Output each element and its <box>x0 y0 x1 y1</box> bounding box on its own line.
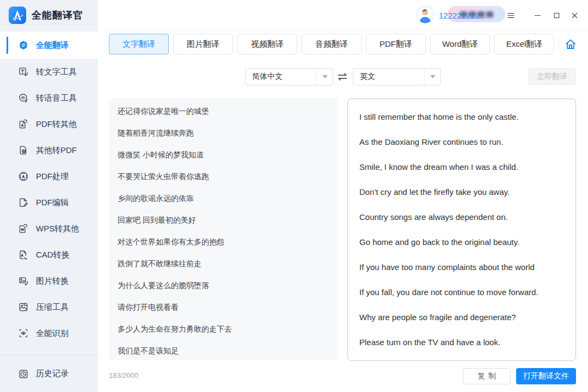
sidebar-item[interactable]: CAD转换 <box>0 242 98 268</box>
source-text-panel[interactable]: 还记得你说家是唯一的城堡随着稻香河流继续奔跑微微笑 小时候的梦我知道不要哭让萤火… <box>109 98 338 360</box>
divider <box>559 36 559 51</box>
source-line: 对这个世界如果你有太多的抱怨 <box>118 231 329 253</box>
source-line: 随着稻香河流继续奔跑 <box>118 122 329 144</box>
source-line: 乡间的歌谣永远的依靠 <box>118 187 329 209</box>
result-line: I still remember that home is the only c… <box>359 105 564 130</box>
sidebar-item[interactable]: 图片转换 <box>0 268 98 294</box>
source-line: 为什么人要这么的脆弱堕落 <box>118 274 329 296</box>
sidebar-menu: 转文字工具转语音工具PDF转其他其他转PDFPDF处理PDF编辑WPS转其他CA… <box>0 59 98 356</box>
swap-languages-icon[interactable] <box>335 70 350 84</box>
translation-result-panel[interactable]: I still remember that home is the only c… <box>347 99 576 361</box>
result-line: Please turn on the TV and have a look. <box>359 330 564 355</box>
result-line: Don't cry and let the firefly take you a… <box>359 180 564 205</box>
copy-button[interactable]: 复制 <box>463 368 511 384</box>
translate-now-button[interactable]: 立即翻译 <box>528 68 576 85</box>
sidebar-item[interactable]: 票证识别 <box>0 346 98 356</box>
sidebar-item[interactable]: PDF处理 <box>0 163 98 189</box>
user-avatar[interactable] <box>416 6 434 23</box>
result-line: If you fall, you dare not continue to mo… <box>359 280 564 305</box>
chevron-down-icon[interactable] <box>424 69 440 85</box>
sidebar-item[interactable]: PDF编辑 <box>0 189 98 216</box>
sidebar-item[interactable]: WPS转其他 <box>0 216 98 242</box>
pdf-process-icon <box>18 171 29 182</box>
source-line: 跌倒了就不敢继续往前走 <box>118 253 329 274</box>
source-line: 微微笑 小时候的梦我知道 <box>118 144 329 166</box>
active-indicator <box>7 36 8 54</box>
sidebar-item[interactable]: 转文字工具 <box>0 59 98 85</box>
char-count: 183/2000 <box>109 371 138 379</box>
sidebar-item-label: PDF处理 <box>36 171 69 182</box>
sidebar-item[interactable]: 压缩工具 <box>0 294 98 320</box>
history-icon <box>18 369 29 379</box>
tab-Word翻译[interactable]: Word翻译 <box>430 34 490 54</box>
tab-文字翻译[interactable]: 文字翻译 <box>109 34 169 54</box>
sidebar-item-label: 其他转PDF <box>36 145 77 156</box>
tab-PDF翻译[interactable]: PDF翻译 <box>366 34 426 54</box>
pdf-edit-icon <box>18 197 29 208</box>
sidebar-item-label: PDF编辑 <box>36 198 69 208</box>
sidebar-item-label: 全能识别 <box>36 328 69 339</box>
other-to-pdf-icon <box>18 145 29 156</box>
open-translated-file-button[interactable]: 打开翻译文件 <box>516 368 576 384</box>
result-line: If you have too many complaints about th… <box>359 255 564 280</box>
result-line: Smile, I know the dream when I was a chi… <box>359 155 564 180</box>
menu-icon[interactable] <box>504 8 518 22</box>
tab-Excel翻译[interactable]: Excel翻译 <box>494 34 554 54</box>
tab-bar: 文字翻译图片翻译视频翻译音频翻译PDF翻译Word翻译Excel翻译 <box>109 34 554 54</box>
sidebar-item-label: WPS转其他 <box>36 224 79 234</box>
tab-视频翻译[interactable]: 视频翻译 <box>237 34 297 54</box>
pdf-to-other-icon <box>18 119 29 130</box>
tab-图片翻译[interactable]: 图片翻译 <box>173 34 233 54</box>
target-language-select[interactable]: 英文 <box>353 68 441 85</box>
result-line: Go home and go back to the original beau… <box>359 230 564 255</box>
result-line: Country songs are always dependent on. <box>359 205 564 230</box>
source-line: 回家吧 回到最初的美好 <box>118 209 329 231</box>
wps-to-other-icon <box>18 223 29 234</box>
sidebar-item-label: CAD转换 <box>36 250 70 260</box>
sidebar-item-label: 图片转换 <box>36 276 69 286</box>
sidebar: 全能翻译官 全能翻译 转文字工具转语音工具PDF转其他其他转PDFPDF处理PD… <box>0 0 98 392</box>
home-button[interactable] <box>564 37 578 51</box>
omni-translate-icon <box>18 40 29 51</box>
sidebar-item[interactable]: PDF转其他 <box>0 111 98 137</box>
text-tool-icon <box>18 66 29 77</box>
image-convert-icon <box>18 275 29 286</box>
username[interactable]: 122222222... <box>439 0 487 30</box>
sidebar-item-label: 转文字工具 <box>36 67 77 77</box>
sidebar-item[interactable]: 全能识别 <box>0 320 98 346</box>
sidebar-item-omni-translate[interactable]: 全能翻译 <box>0 32 98 59</box>
compress-tool-icon <box>18 302 29 313</box>
result-line: As the Daoxiang River continues to run. <box>359 130 564 155</box>
sidebar-item-label: 历史记录 <box>36 369 69 379</box>
sidebar-item-label: 转语音工具 <box>36 93 77 103</box>
blurred-text <box>486 11 493 17</box>
minimize-icon[interactable] <box>530 8 544 22</box>
app-logo-icon <box>9 7 26 24</box>
sidebar-item[interactable]: 其他转PDF <box>0 137 98 163</box>
cad-convert-icon <box>18 249 29 260</box>
app-window: 全能翻译官 全能翻译 转文字工具转语音工具PDF转其他其他转PDFPDF处理PD… <box>0 0 588 392</box>
source-line: 还记得你说家是唯一的城堡 <box>118 100 329 122</box>
logo: 全能翻译官 <box>0 0 98 30</box>
source-line: 请你打开电视看看 <box>118 296 329 318</box>
source-language-value: 简体中文 <box>246 72 316 82</box>
chevron-down-icon[interactable] <box>316 69 333 85</box>
maximize-icon[interactable] <box>549 8 564 22</box>
target-language-value: 英文 <box>353 72 424 82</box>
source-line: 我们是不是该知足 <box>118 340 329 360</box>
app-title: 全能翻译官 <box>32 9 83 22</box>
sidebar-item-history[interactable]: 历史记录 <box>0 355 98 392</box>
sidebar-item-label: 全能翻译 <box>36 40 69 51</box>
source-line: 不要哭让萤火虫带着你逃跑 <box>118 166 329 187</box>
sidebar-item[interactable]: 转语音工具 <box>0 85 98 111</box>
tab-音频翻译[interactable]: 音频翻译 <box>302 34 362 54</box>
close-icon[interactable] <box>567 8 581 22</box>
source-language-select[interactable]: 简体中文 <box>245 68 333 85</box>
result-line: Why are people so fragile and degenerate… <box>359 305 564 330</box>
omni-ocr-icon <box>18 328 29 339</box>
sidebar-item-label: PDF转其他 <box>36 119 77 130</box>
sidebar-item-label: 压缩工具 <box>36 302 69 313</box>
source-line: 多少人为生命在努力勇敢的走下去 <box>118 318 329 340</box>
voice-tool-icon <box>18 93 29 103</box>
